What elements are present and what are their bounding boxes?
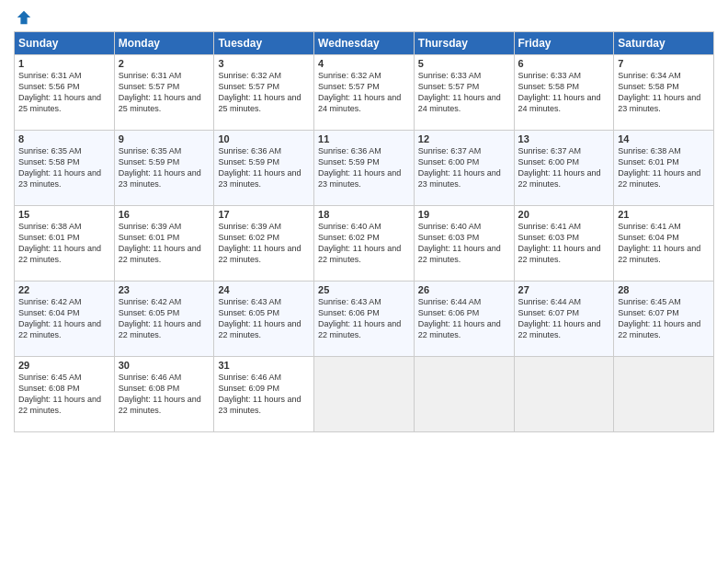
page: SundayMondayTuesdayWednesdayThursdayFrid… — [0, 0, 728, 563]
calendar-day-cell: 29 Sunrise: 6:45 AM Sunset: 6:08 PM Dayl… — [15, 357, 115, 432]
day-number: 7 — [618, 58, 710, 69]
day-number: 12 — [418, 133, 510, 144]
day-number: 3 — [218, 58, 310, 69]
calendar-day-cell: 17 Sunrise: 6:39 AM Sunset: 6:02 PM Dayl… — [214, 206, 314, 282]
day-number: 9 — [119, 133, 210, 144]
calendar-day-cell: 31 Sunrise: 6:46 AM Sunset: 6:09 PM Dayl… — [214, 357, 314, 432]
day-info: Sunrise: 6:46 AM Sunset: 6:08 PM Dayligh… — [119, 372, 210, 417]
calendar-day-cell: 21 Sunrise: 6:41 AM Sunset: 6:04 PM Dayl… — [614, 206, 714, 282]
day-info: Sunrise: 6:39 AM Sunset: 6:02 PM Dayligh… — [218, 221, 310, 266]
calendar-day-cell: 20 Sunrise: 6:41 AM Sunset: 6:03 PM Dayl… — [514, 206, 614, 282]
day-number: 1 — [18, 58, 110, 69]
day-number: 4 — [318, 58, 410, 69]
day-number: 14 — [618, 133, 710, 144]
calendar-header-row: SundayMondayTuesdayWednesdayThursdayFrid… — [15, 32, 714, 55]
calendar-week-row: 15 Sunrise: 6:38 AM Sunset: 6:01 PM Dayl… — [15, 206, 714, 282]
day-number: 18 — [318, 209, 410, 220]
day-info: Sunrise: 6:38 AM Sunset: 6:01 PM Dayligh… — [618, 145, 710, 190]
calendar-day-cell: 9 Sunrise: 6:35 AM Sunset: 5:59 PM Dayli… — [114, 131, 214, 206]
day-info: Sunrise: 6:44 AM Sunset: 6:07 PM Dayligh… — [518, 296, 610, 341]
calendar-day-cell: 6 Sunrise: 6:33 AM Sunset: 5:58 PM Dayli… — [514, 55, 614, 131]
day-number: 17 — [218, 209, 310, 220]
calendar-day-cell — [614, 357, 714, 432]
calendar-day-cell — [414, 357, 514, 432]
day-info: Sunrise: 6:41 AM Sunset: 6:04 PM Dayligh… — [618, 221, 710, 266]
calendar-day-cell: 7 Sunrise: 6:34 AM Sunset: 5:58 PM Dayli… — [614, 55, 714, 131]
day-number: 26 — [418, 284, 510, 295]
day-number: 19 — [418, 209, 510, 220]
calendar-day-cell: 24 Sunrise: 6:43 AM Sunset: 6:05 PM Dayl… — [214, 282, 314, 357]
calendar-day-cell: 4 Sunrise: 6:32 AM Sunset: 5:57 PM Dayli… — [314, 55, 415, 131]
day-info: Sunrise: 6:41 AM Sunset: 6:03 PM Dayligh… — [518, 221, 610, 266]
day-info: Sunrise: 6:34 AM Sunset: 5:58 PM Dayligh… — [618, 70, 710, 115]
calendar-day-cell: 2 Sunrise: 6:31 AM Sunset: 5:57 PM Dayli… — [114, 55, 214, 131]
calendar-day-cell: 18 Sunrise: 6:40 AM Sunset: 6:02 PM Dayl… — [314, 206, 415, 282]
day-info: Sunrise: 6:36 AM Sunset: 5:59 PM Dayligh… — [318, 145, 410, 190]
calendar-day-cell — [314, 357, 415, 432]
day-info: Sunrise: 6:44 AM Sunset: 6:06 PM Dayligh… — [418, 296, 510, 341]
calendar-day-cell — [514, 357, 614, 432]
day-info: Sunrise: 6:39 AM Sunset: 6:01 PM Dayligh… — [119, 221, 210, 266]
day-info: Sunrise: 6:33 AM Sunset: 5:57 PM Dayligh… — [418, 70, 510, 115]
day-number: 2 — [119, 58, 210, 69]
calendar-day-cell: 1 Sunrise: 6:31 AM Sunset: 5:56 PM Dayli… — [15, 55, 115, 131]
day-number: 11 — [318, 133, 410, 144]
day-info: Sunrise: 6:43 AM Sunset: 6:05 PM Dayligh… — [218, 296, 310, 341]
day-info: Sunrise: 6:33 AM Sunset: 5:58 PM Dayligh… — [518, 70, 610, 115]
calendar-day-cell: 13 Sunrise: 6:37 AM Sunset: 6:00 PM Dayl… — [514, 131, 614, 206]
day-number: 23 — [119, 284, 210, 295]
day-number: 6 — [518, 58, 610, 69]
day-number: 28 — [618, 284, 710, 295]
calendar-day-cell: 27 Sunrise: 6:44 AM Sunset: 6:07 PM Dayl… — [514, 282, 614, 357]
calendar-day-cell: 19 Sunrise: 6:40 AM Sunset: 6:03 PM Dayl… — [414, 206, 514, 282]
calendar-day-cell: 26 Sunrise: 6:44 AM Sunset: 6:06 PM Dayl… — [414, 282, 514, 357]
calendar-day-cell: 8 Sunrise: 6:35 AM Sunset: 5:58 PM Dayli… — [15, 131, 115, 206]
day-info: Sunrise: 6:42 AM Sunset: 6:05 PM Dayligh… — [119, 296, 210, 341]
weekday-header: Friday — [514, 32, 614, 55]
calendar-week-row: 22 Sunrise: 6:42 AM Sunset: 6:04 PM Dayl… — [15, 282, 714, 357]
day-info: Sunrise: 6:36 AM Sunset: 5:59 PM Dayligh… — [218, 145, 310, 190]
calendar-day-cell: 14 Sunrise: 6:38 AM Sunset: 6:01 PM Dayl… — [614, 131, 714, 206]
day-info: Sunrise: 6:35 AM Sunset: 5:58 PM Dayligh… — [18, 145, 110, 190]
calendar-day-cell: 5 Sunrise: 6:33 AM Sunset: 5:57 PM Dayli… — [414, 55, 514, 131]
logo — [14, 9, 32, 26]
day-number: 24 — [218, 284, 310, 295]
day-info: Sunrise: 6:32 AM Sunset: 5:57 PM Dayligh… — [318, 70, 410, 115]
day-info: Sunrise: 6:45 AM Sunset: 6:07 PM Dayligh… — [618, 296, 710, 341]
day-info: Sunrise: 6:37 AM Sunset: 6:00 PM Dayligh… — [518, 145, 610, 190]
day-number: 30 — [119, 360, 210, 371]
day-number: 25 — [318, 284, 410, 295]
calendar-week-row: 8 Sunrise: 6:35 AM Sunset: 5:58 PM Dayli… — [15, 131, 714, 206]
day-number: 16 — [119, 209, 210, 220]
weekday-header: Sunday — [15, 32, 115, 55]
weekday-header: Tuesday — [214, 32, 314, 55]
day-number: 10 — [218, 133, 310, 144]
day-info: Sunrise: 6:40 AM Sunset: 6:03 PM Dayligh… — [418, 221, 510, 266]
day-number: 13 — [518, 133, 610, 144]
day-info: Sunrise: 6:32 AM Sunset: 5:57 PM Dayligh… — [218, 70, 310, 115]
calendar-day-cell: 15 Sunrise: 6:38 AM Sunset: 6:01 PM Dayl… — [15, 206, 115, 282]
day-info: Sunrise: 6:46 AM Sunset: 6:09 PM Dayligh… — [218, 372, 310, 417]
calendar-day-cell: 11 Sunrise: 6:36 AM Sunset: 5:59 PM Dayl… — [314, 131, 415, 206]
calendar-day-cell: 22 Sunrise: 6:42 AM Sunset: 6:04 PM Dayl… — [15, 282, 115, 357]
day-info: Sunrise: 6:43 AM Sunset: 6:06 PM Dayligh… — [318, 296, 410, 341]
weekday-header: Monday — [114, 32, 214, 55]
calendar-week-row: 29 Sunrise: 6:45 AM Sunset: 6:08 PM Dayl… — [15, 357, 714, 432]
calendar-day-cell: 23 Sunrise: 6:42 AM Sunset: 6:05 PM Dayl… — [114, 282, 214, 357]
day-number: 31 — [218, 360, 310, 371]
header — [14, 9, 714, 26]
day-info: Sunrise: 6:40 AM Sunset: 6:02 PM Dayligh… — [318, 221, 410, 266]
day-number: 21 — [618, 209, 710, 220]
day-number: 22 — [18, 284, 110, 295]
day-number: 5 — [418, 58, 510, 69]
calendar-day-cell: 10 Sunrise: 6:36 AM Sunset: 5:59 PM Dayl… — [214, 131, 314, 206]
calendar-week-row: 1 Sunrise: 6:31 AM Sunset: 5:56 PM Dayli… — [15, 55, 714, 131]
day-number: 29 — [18, 360, 110, 371]
weekday-header: Wednesday — [314, 32, 415, 55]
calendar: SundayMondayTuesdayWednesdayThursdayFrid… — [14, 31, 714, 432]
day-info: Sunrise: 6:31 AM Sunset: 5:56 PM Dayligh… — [18, 70, 110, 115]
day-number: 20 — [518, 209, 610, 220]
calendar-day-cell: 28 Sunrise: 6:45 AM Sunset: 6:07 PM Dayl… — [614, 282, 714, 357]
day-info: Sunrise: 6:42 AM Sunset: 6:04 PM Dayligh… — [18, 296, 110, 341]
day-info: Sunrise: 6:37 AM Sunset: 6:00 PM Dayligh… — [418, 145, 510, 190]
